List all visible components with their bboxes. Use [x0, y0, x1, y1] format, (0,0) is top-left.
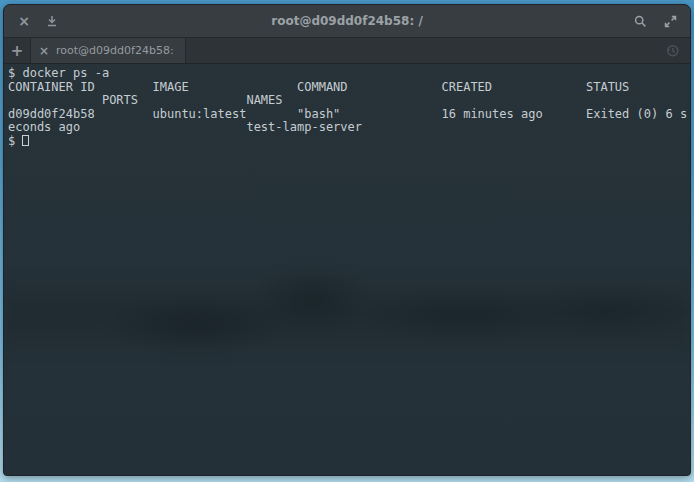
download-button[interactable]: [41, 10, 63, 32]
terminal-line: econds ago test-lamp-server: [8, 121, 686, 135]
expand-button[interactable]: [659, 10, 681, 32]
prompt: $: [8, 134, 22, 148]
terminal-line: PORTS NAMES: [8, 94, 686, 108]
history-icon: [665, 43, 680, 58]
tab-active[interactable]: × root@d09dd0f24b58: /: [30, 38, 186, 63]
download-icon: [45, 14, 59, 28]
tabbar: + × root@d09dd0f24b58: /: [4, 38, 690, 64]
expand-icon: [663, 14, 678, 29]
tab-close-icon[interactable]: ×: [39, 45, 49, 57]
terminal-window: root@d09dd0f24b58: / ×: [3, 4, 691, 476]
titlebar[interactable]: root@d09dd0f24b58: / ×: [4, 5, 690, 38]
terminal-prompt-line: $: [8, 135, 686, 149]
terminal-line: CONTAINER ID IMAGE COMMAND CREATED STATU…: [8, 81, 686, 95]
search-icon: [633, 14, 648, 29]
terminal-cursor: [22, 135, 29, 146]
plus-icon: +: [11, 42, 24, 60]
search-button[interactable]: [629, 10, 651, 32]
wallpaper-silhouette: [4, 272, 690, 358]
terminal-area[interactable]: $ docker ps -aCONTAINER ID IMAGE COMMAND…: [4, 64, 690, 475]
close-icon: ×: [18, 14, 30, 28]
window-title: root@d09dd0f24b58: /: [4, 14, 690, 28]
tab-label: root@d09dd0f24b58: /: [56, 44, 177, 57]
close-button[interactable]: ×: [13, 10, 35, 32]
new-tab-button[interactable]: +: [4, 38, 30, 63]
history-button[interactable]: [665, 38, 690, 63]
terminal-line: $ docker ps -a: [8, 67, 686, 81]
terminal-line: d09dd0f24b58 ubuntu:latest "bash" 16 min…: [8, 108, 686, 122]
terminal-output: $ docker ps -aCONTAINER ID IMAGE COMMAND…: [8, 67, 686, 135]
